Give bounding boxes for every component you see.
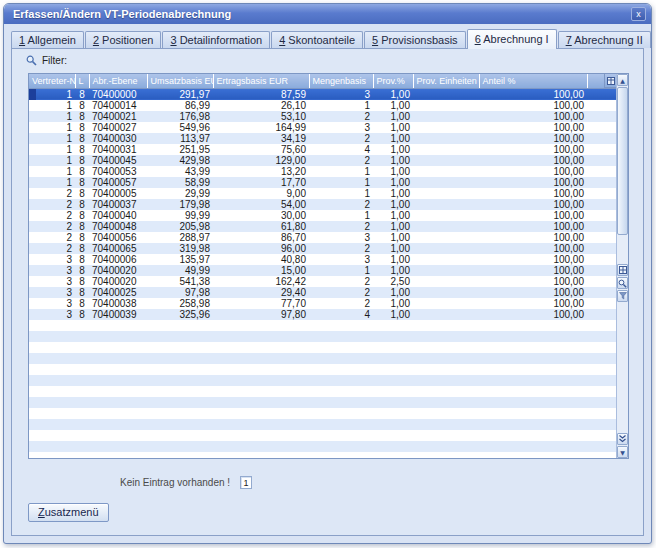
table-cell: [147, 342, 213, 353]
table-cell: 164,99: [213, 122, 309, 133]
table-row[interactable]: 2870400056288,9786,7031,00100,00: [29, 232, 616, 243]
table-cell: 2: [309, 155, 373, 166]
table-row[interactable]: 1870400030113,9734,1921,00100,00: [29, 133, 616, 144]
table-row-empty: [29, 364, 616, 375]
table-row-empty: [29, 375, 616, 386]
table-row[interactable]: 187040005758,9917,7011,00100,00: [29, 177, 616, 188]
table-cell: 325,96: [147, 309, 213, 320]
column-chooser-button[interactable]: [604, 74, 616, 88]
table-cell: 8: [75, 232, 89, 243]
scroll-down-button[interactable]: ▼: [617, 446, 628, 458]
table-cell: [213, 364, 309, 375]
grid-filter-button[interactable]: [617, 290, 628, 302]
table-row[interactable]: 387040002597,9829,4021,00100,00: [29, 287, 616, 298]
table-cell: [587, 210, 616, 221]
table-cell: [213, 430, 309, 441]
column-header-mengenbasis[interactable]: Mengenbasis: [309, 74, 373, 88]
close-button[interactable]: x: [631, 7, 646, 21]
table-cell: [587, 243, 616, 254]
table-cell: 30,00: [213, 210, 309, 221]
table-cell: [29, 353, 75, 364]
table-cell: [373, 408, 413, 419]
table-cell: 1,00: [373, 155, 413, 166]
table-row[interactable]: 3870400038258,9877,7021,00100,00: [29, 298, 616, 309]
tab-skontoanteile[interactable]: 4 Skontoanteile: [271, 31, 363, 48]
table-row[interactable]: 287040000529,999,0011,00100,00: [29, 188, 616, 199]
table-cell: 8: [75, 210, 89, 221]
vertical-scrollbar[interactable]: ▲: [616, 74, 628, 458]
table-cell: 1,00: [373, 199, 413, 210]
table-row[interactable]: 1870400021176,9853,1021,00100,00: [29, 111, 616, 122]
scroll-track[interactable]: [617, 236, 628, 264]
table-cell: [75, 408, 89, 419]
scroll-track-lower[interactable]: [617, 302, 628, 433]
table-cell: 100,00: [479, 221, 587, 232]
table-cell: 58,99: [147, 177, 213, 188]
table-cell: [479, 342, 587, 353]
column-header-anteil[interactable]: Anteil %: [479, 74, 587, 88]
table-cell: 1,00: [373, 221, 413, 232]
table-cell: 99,99: [147, 210, 213, 221]
table-row[interactable]: 3870400006135,9740,8031,00100,00: [29, 254, 616, 265]
table-cell: 8: [75, 111, 89, 122]
table-cell: [213, 452, 309, 459]
tab-allgemein[interactable]: 1 Allgemein: [11, 31, 84, 48]
table-row-empty: [29, 386, 616, 397]
tab-abrechnung-ii[interactable]: 7 Abrechnung II: [558, 31, 651, 48]
table-cell: 541,38: [147, 276, 213, 287]
column-header-prov-einheiten[interactable]: Prov. Einheiten: [413, 74, 479, 88]
grid-zoom-button[interactable]: [617, 277, 628, 289]
scroll-page-down-button[interactable]: [617, 433, 628, 445]
table-cell: [413, 188, 479, 199]
table-row[interactable]: 387040002049,9915,0011,00100,00: [29, 265, 616, 276]
title-bar[interactable]: Erfassen/Ändern VT-Periodenabrechnung x: [4, 4, 651, 24]
table-cell: 100,00: [479, 276, 587, 287]
table-cell: 1: [29, 111, 75, 122]
table-row[interactable]: 1870400045429,98129,0021,00100,00: [29, 155, 616, 166]
table-cell: [587, 100, 616, 111]
column-header-vertreter-nr[interactable]: Vertreter-Nr.: [29, 74, 75, 88]
table-cell: 77,70: [213, 298, 309, 309]
table-row[interactable]: 2870400065319,9896,0021,00100,00: [29, 243, 616, 254]
column-header-l[interactable]: L: [75, 74, 89, 88]
tab-detailinformation[interactable]: 3 Detailinformation: [162, 31, 270, 48]
tab-positionen[interactable]: 2 Positionen: [85, 31, 162, 48]
zusatzmenu-button[interactable]: Zusatzmenü: [28, 503, 109, 522]
table-cell: [413, 353, 479, 364]
table-row[interactable]: 2870400048205,9861,8021,00100,00: [29, 221, 616, 232]
table-row[interactable]: 1870400000291,9787,5931,00100,00: [29, 88, 616, 100]
table-row[interactable]: 2870400037179,9854,0021,00100,00: [29, 199, 616, 210]
table-cell: 100,00: [479, 265, 587, 276]
table-cell: 3: [29, 265, 75, 276]
table-row[interactable]: 3870400039325,9697,8041,00100,00: [29, 309, 616, 320]
table-row[interactable]: 1870400031251,9575,6041,00100,00: [29, 144, 616, 155]
filter-label: Filter:: [42, 55, 67, 66]
scroll-thumb[interactable]: [617, 87, 628, 235]
column-header-prov[interactable]: Prov.%: [373, 74, 413, 88]
table-cell: [89, 452, 147, 459]
table-cell: [75, 397, 89, 408]
table-cell: [89, 331, 147, 342]
table-row[interactable]: 1870400027549,96164,9931,00100,00: [29, 122, 616, 133]
column-header-umsatzbasis-eur[interactable]: Umsatzbasis EUR: [147, 74, 213, 88]
table-cell: [413, 122, 479, 133]
table-cell: [587, 133, 616, 144]
tab-provisionsbasis[interactable]: 5 Provisionsbasis: [364, 31, 466, 48]
tab-abrechnung-i[interactable]: 6 Abrechnung I: [467, 29, 557, 49]
grid-columns-button[interactable]: [617, 264, 628, 276]
table-cell: [479, 331, 587, 342]
table-row[interactable]: 3870400020541,38162,4222,50100,00: [29, 276, 616, 287]
table-row[interactable]: 287040004099,9930,0011,00100,00: [29, 210, 616, 221]
table-cell: [75, 430, 89, 441]
table-row[interactable]: 187040001486,9926,1011,00100,00: [29, 100, 616, 111]
table-cell: 70400065: [89, 243, 147, 254]
column-header-ertragsbasis-eur[interactable]: Ertragsbasis EUR: [213, 74, 309, 88]
table-cell: [309, 452, 373, 459]
table-cell: 70400038: [89, 298, 147, 309]
table-cell: 2: [29, 232, 75, 243]
table-cell: [413, 199, 479, 210]
table-cell: [89, 353, 147, 364]
table-row[interactable]: 187040005343,9913,2011,00100,00: [29, 166, 616, 177]
column-header-abr-ebene[interactable]: Abr.-Ebene: [89, 74, 147, 88]
scroll-up-button[interactable]: ▲: [617, 74, 628, 86]
